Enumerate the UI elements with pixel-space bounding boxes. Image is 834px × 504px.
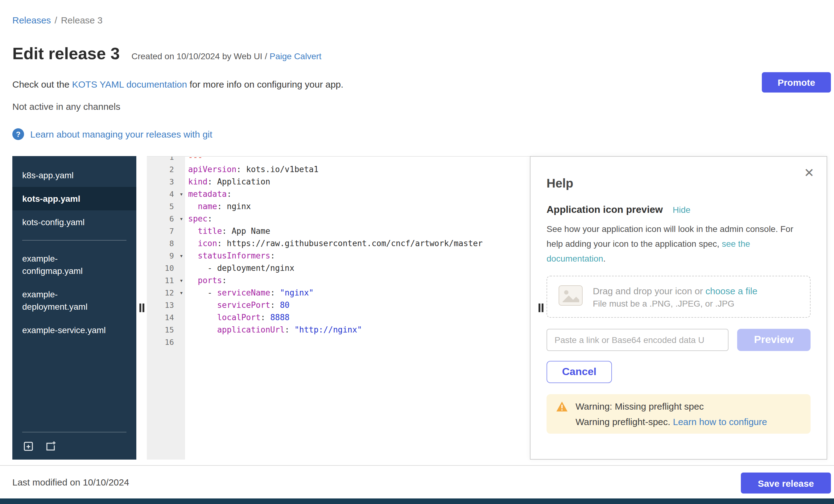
code-text: --- — [185, 156, 530, 163]
line-number: 2 — [147, 163, 185, 176]
code-line-13[interactable]: 13 servicePort: 80 — [147, 299, 530, 311]
file-tree-item-kots-app-yaml[interactable]: kots-app.yaml — [12, 187, 136, 210]
code-text: apiVersion: kots.io/v1beta1 — [185, 163, 530, 176]
promote-button[interactable]: Promote — [762, 72, 831, 92]
line-number: 16 — [147, 336, 185, 349]
editor-workspace: k8s-app.yamlkots-app.yamlkots-config.yam… — [12, 156, 827, 460]
warning-triangle-icon — [556, 401, 568, 427]
line-number: 8 — [147, 238, 185, 250]
fold-arrow-icon[interactable]: ▾ — [179, 188, 183, 200]
code-line-15[interactable]: 15 applicationUrl: "http://nginx" — [147, 324, 530, 336]
code-text — [185, 336, 530, 349]
icon-preview-section-header: Application icon preview Hide — [547, 204, 811, 215]
title-row: Edit release 3 Created on 10/10/2024 by … — [12, 44, 322, 64]
code-text: - deployment/nginx — [185, 262, 530, 275]
code-text: kind: Application — [185, 176, 530, 188]
breadcrumb-releases-link[interactable]: Releases — [12, 15, 51, 25]
choose-file-link[interactable]: choose a file — [705, 285, 757, 296]
dropzone-text: Drag and drop your icon or choose a file… — [593, 285, 758, 308]
release-editor-page: Releases/Release 3 Edit release 3 Create… — [0, 0, 834, 504]
help-panel: ✕ Help Application icon preview Hide See… — [530, 156, 827, 460]
file-tree-resize-handle[interactable] — [139, 304, 144, 312]
help-panel-resize-area — [539, 304, 544, 312]
code-text: metadata: — [185, 188, 530, 200]
new-file-icon[interactable] — [44, 440, 57, 452]
git-help-row: ? Learn about managing your releases wit… — [12, 128, 212, 140]
line-number: 1 — [147, 156, 185, 163]
file-tree-item-example-service-yaml[interactable]: example-service.yaml — [12, 318, 136, 342]
file-tree-item-example-configmap-yaml[interactable]: example-configmap.yaml — [12, 247, 136, 283]
file-tree-divider — [22, 240, 127, 241]
file-tree-sidebar: k8s-app.yamlkots-app.yamlkots-config.yam… — [12, 156, 136, 460]
last-modified-text: Last modified on 10/10/2024 — [12, 477, 129, 487]
kots-yaml-docs-link[interactable]: KOTS YAML documentation — [72, 79, 187, 89]
code-line-16[interactable]: 16 — [147, 336, 530, 349]
code-line-12[interactable]: 12▾ - serviceName: "nginx" — [147, 287, 530, 299]
save-release-button[interactable]: Save release — [741, 473, 831, 494]
warning-body-text: Warning preflight-spec. — [575, 416, 673, 427]
line-number: 3 — [147, 176, 185, 188]
line-number: 11▾ — [147, 275, 185, 287]
line-number: 10 — [147, 262, 185, 275]
close-icon[interactable]: ✕ — [804, 167, 814, 179]
code-line-5[interactable]: 5 name: nginx — [147, 200, 530, 213]
icon-dropzone[interactable]: Drag and drop your icon or choose a file… — [547, 276, 811, 318]
code-line-11[interactable]: 11▾ ports: — [147, 275, 530, 287]
created-text: Created on 10/10/2024 by Web UI / — [131, 51, 269, 61]
fold-arrow-icon[interactable]: ▾ — [179, 275, 183, 287]
docs-suffix: for more info on configuring your app. — [187, 79, 343, 89]
description-text-2: . — [603, 254, 606, 263]
warning-title: Warning: Missing preflight spec — [575, 401, 767, 412]
hide-link[interactable]: Hide — [673, 205, 690, 215]
code-line-2[interactable]: 2apiVersion: kots.io/v1beta1 — [147, 163, 530, 176]
preview-button[interactable]: Preview — [737, 329, 811, 351]
learn-how-to-configure-link[interactable]: Learn how to configure — [673, 416, 767, 427]
code-line-3[interactable]: 3kind: Application — [147, 176, 530, 188]
line-number: 15 — [147, 324, 185, 336]
breadcrumb-current: Release 3 — [61, 15, 103, 25]
channel-status: Not active in any channels — [12, 101, 120, 112]
code-line-9[interactable]: 9▾ statusInformers: — [147, 250, 530, 262]
dropzone-hint: File must be a .PNG, .JPEG, or .JPG — [593, 298, 758, 308]
help-panel-resize-handle[interactable] — [539, 304, 544, 312]
file-tree-item-kots-config-yaml[interactable]: kots-config.yaml — [12, 210, 136, 234]
created-info: Created on 10/10/2024 by Web UI / Paige … — [131, 51, 322, 61]
line-number: 14 — [147, 311, 185, 324]
git-help-link[interactable]: Learn about managing your releases with … — [30, 129, 212, 139]
app-root: Releases/Release 3 Edit release 3 Create… — [0, 0, 834, 504]
breadcrumb: Releases/Release 3 — [12, 15, 103, 25]
created-by-link[interactable]: Paige Calvert — [269, 51, 322, 61]
code-text: name: nginx — [185, 200, 530, 213]
code-line-14[interactable]: 14 localPort: 8888 — [147, 311, 530, 324]
code-line-7[interactable]: 7 title: App Name — [147, 225, 530, 238]
code-text: statusInformers: — [185, 250, 530, 262]
code-line-4[interactable]: 4▾metadata: — [147, 188, 530, 200]
line-number: 12▾ — [147, 287, 185, 299]
fold-arrow-icon[interactable]: ▾ — [179, 287, 183, 299]
code-text: title: App Name — [185, 225, 530, 238]
cancel-button[interactable]: Cancel — [547, 361, 612, 383]
line-number: 13 — [147, 299, 185, 311]
fold-arrow-icon[interactable]: ▾ — [179, 213, 183, 225]
editor-content: 1---2apiVersion: kots.io/v1beta13kind: A… — [147, 156, 530, 349]
code-line-10[interactable]: 10 - deployment/nginx — [147, 262, 530, 275]
code-text: spec: — [185, 213, 530, 225]
line-number: 5 — [147, 200, 185, 213]
line-number: 6▾ — [147, 213, 185, 225]
icon-url-input[interactable] — [547, 329, 728, 351]
line-number: 7 — [147, 225, 185, 238]
yaml-editor[interactable]: 1---2apiVersion: kots.io/v1beta13kind: A… — [147, 156, 530, 460]
upload-file-icon[interactable] — [22, 440, 35, 452]
file-tree-resize-area — [136, 156, 147, 460]
file-tree-item-k8s-app-yaml[interactable]: k8s-app.yaml — [12, 163, 136, 187]
file-tree-item-example-deployment-yaml[interactable]: example-deployment.yaml — [12, 283, 136, 318]
code-text: servicePort: 80 — [185, 299, 530, 311]
icon-preview-title: Application icon preview — [547, 204, 663, 215]
code-line-8[interactable]: 8 icon: https://raw.githubusercontent.co… — [147, 238, 530, 250]
docs-prefix: Check out the — [12, 79, 72, 89]
image-placeholder-icon — [558, 285, 583, 308]
fold-arrow-icon[interactable]: ▾ — [179, 250, 183, 262]
footer-divider — [0, 465, 834, 466]
code-line-1[interactable]: 1--- — [147, 156, 530, 163]
code-line-6[interactable]: 6▾spec: — [147, 213, 530, 225]
